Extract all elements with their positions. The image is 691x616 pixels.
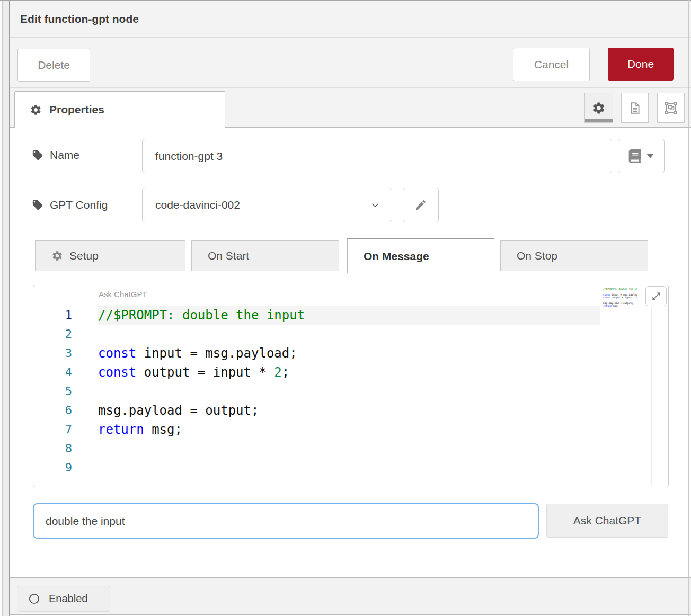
line-number: 9 — [33, 458, 98, 477]
line-number: 7 — [33, 420, 98, 439]
gear-icon — [592, 101, 606, 115]
edit-config-button[interactable] — [403, 188, 439, 222]
chevron-down-icon — [369, 199, 381, 211]
properties-view-button[interactable] — [584, 93, 613, 123]
gear-icon — [51, 250, 63, 262]
line-number: 5 — [33, 382, 98, 401]
line-number: 3 — [33, 344, 98, 363]
gpt-config-value: code-davinci-002 — [155, 199, 369, 211]
line-number: 2 — [33, 325, 98, 344]
code-line: 5 — [33, 382, 668, 401]
name-type-button[interactable] — [618, 139, 665, 173]
palette-edge — [0, 0, 3, 616]
properties-tab-bar: Properties — [10, 88, 691, 128]
done-button[interactable]: Done — [608, 48, 674, 81]
dialog-title: Edit function-gpt node — [20, 13, 139, 25]
tab-properties-label: Properties — [49, 103, 104, 116]
tab-on-start[interactable]: On Start — [191, 240, 339, 271]
tag-icon — [32, 149, 43, 161]
document-icon — [628, 101, 642, 115]
code-line: 2 — [33, 325, 668, 344]
code-line: 1 //$PROMPT: double the input — [33, 306, 668, 325]
tag-icon — [32, 199, 43, 211]
appearance-icon — [664, 101, 678, 115]
tab-on-message[interactable]: On Message — [347, 238, 494, 273]
caret-down-icon — [646, 154, 654, 158]
code-line: 7 return msg; — [33, 420, 668, 439]
line-number: 1 — [33, 306, 98, 325]
code-editor[interactable]: Ask ChatGPT 1 //$PROMPT: double the inpu… — [33, 285, 669, 487]
minimap[interactable]: //$PROMPT: double the input const input … — [603, 288, 637, 319]
tab-setup[interactable]: Setup — [35, 240, 185, 271]
code-line: 9 — [33, 458, 668, 477]
gpt-config-select[interactable]: code-davinci-002 — [142, 188, 392, 222]
tab-on-stop[interactable]: On Stop — [500, 240, 648, 271]
name-input[interactable] — [142, 139, 612, 173]
gpt-config-label: GPT Config — [32, 199, 108, 211]
codelens-ask-chatgpt[interactable]: Ask ChatGPT — [99, 290, 147, 299]
expand-icon — [651, 291, 661, 301]
prompt-input[interactable] — [33, 503, 539, 539]
delete-button[interactable]: Delete — [17, 49, 90, 82]
description-view-button[interactable] — [621, 93, 649, 123]
code-line: 6 msg.payload = output; — [33, 401, 668, 420]
node-red-edit-tray: Edit function-gpt node Delete Cancel Don… — [0, 0, 691, 616]
enabled-toggle[interactable]: Enabled — [17, 586, 110, 612]
tray-header: Edit function-gpt node — [10, 1, 691, 38]
code-line: 3 const input = msg.payload; — [33, 344, 668, 363]
gear-icon — [30, 104, 42, 116]
pencil-icon — [414, 199, 427, 211]
tray-right-edge — [688, 0, 689, 616]
line-number: 6 — [33, 401, 98, 420]
editor-scroll-divider — [651, 307, 652, 486]
line-number: 8 — [33, 439, 98, 458]
code-line: 4 const output = input * 2; — [33, 363, 668, 382]
tab-properties[interactable]: Properties — [14, 91, 225, 128]
appearance-view-button[interactable] — [657, 93, 685, 123]
enabled-label: Enabled — [49, 593, 87, 605]
book-icon — [628, 149, 641, 163]
ask-chatgpt-button[interactable]: Ask ChatGPT — [546, 504, 668, 538]
code-line: 8 — [33, 439, 668, 458]
name-label: Name — [32, 149, 79, 162]
tray-footer: Enabled — [10, 577, 691, 615]
workspace-edge — [0, 0, 10, 616]
line-number: 4 — [33, 363, 98, 382]
expand-editor-button[interactable] — [645, 286, 667, 306]
tray-toolbar: Delete Cancel Done — [10, 38, 691, 88]
cancel-button[interactable]: Cancel — [513, 48, 590, 81]
code-lines: 1 //$PROMPT: double the input 2 3 const … — [33, 306, 668, 477]
circle-icon — [28, 593, 40, 605]
